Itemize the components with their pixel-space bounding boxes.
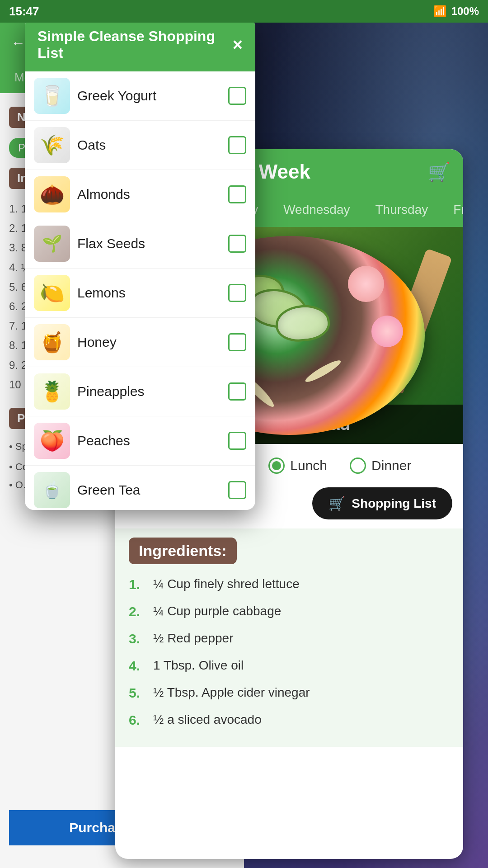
- shopping-item-almonds: 🌰 Almonds: [25, 170, 255, 219]
- shopping-item-lemons: 🍋 Lemons: [25, 269, 255, 318]
- item-image-greek-yogurt: 🥛: [34, 78, 70, 114]
- item-name-honey: Honey: [77, 335, 221, 350]
- item-checkbox-pineapples[interactable]: [228, 382, 246, 401]
- shopping-cart-icon: 🛒: [328, 495, 345, 511]
- shopping-modal: Simple Cleanse Shopping List × 🥛 Greek Y…: [25, 18, 255, 510]
- detox-cart-icon[interactable]: 🛒: [428, 161, 450, 183]
- grapefruit-2: [371, 316, 403, 347]
- ingredient-6: 6. ½ a sliced avocado: [129, 711, 450, 730]
- ingredient-5: 5. ½ Tbsp. Apple cider vinegar: [129, 684, 450, 703]
- item-image-oats: 🌾: [34, 127, 70, 163]
- item-checkbox-flax-seeds[interactable]: [228, 235, 246, 253]
- tab-wednesday[interactable]: Wednesday: [271, 194, 362, 227]
- shopping-item-peaches: 🍑 Peaches: [25, 416, 255, 466]
- ingredients-title: Ingredients:: [129, 538, 237, 564]
- ingredient-3: 3. ½ Red pepper: [129, 629, 450, 648]
- item-name-lemons: Lemons: [77, 285, 221, 301]
- lunch-radio[interactable]: [268, 458, 285, 474]
- modal-header: Simple Cleanse Shopping List ×: [25, 18, 255, 71]
- item-checkbox-peaches[interactable]: [228, 432, 246, 450]
- item-image-pineapples: 🍍: [34, 373, 70, 410]
- item-checkbox-lemons[interactable]: [228, 284, 246, 302]
- item-name-oats: Oats: [77, 137, 221, 153]
- item-name-pineapples: Pineapples: [77, 384, 221, 399]
- lunch-radio-fill: [272, 461, 281, 470]
- tab-thursday[interactable]: Thursday: [363, 194, 441, 227]
- shopping-list-button[interactable]: 🛒 Shopping List: [312, 487, 452, 519]
- shopping-item-honey: 🍯 Honey: [25, 318, 255, 367]
- signal-icon: 📶: [433, 5, 447, 18]
- shopping-item-flax-seeds: 🌱 Flax Seeds: [25, 219, 255, 269]
- shopping-btn-label: Shopping List: [352, 496, 436, 511]
- dinner-label: Dinner: [371, 458, 411, 473]
- status-bar: 15:47 📶 100%: [0, 0, 488, 23]
- status-right: 📶 100%: [433, 5, 479, 18]
- item-name-peaches: Peaches: [77, 433, 221, 448]
- shopping-item-green-tea: 🍵 Green Tea: [25, 466, 255, 510]
- ingredient-4: 4. 1 Tbsp. Olive oil: [129, 656, 450, 675]
- dinner-radio[interactable]: [350, 458, 366, 474]
- item-image-peaches: 🍑: [34, 423, 70, 459]
- item-checkbox-oats[interactable]: [228, 136, 246, 154]
- item-checkbox-greek-yogurt[interactable]: [228, 87, 246, 105]
- modal-body: 🥛 Greek Yogurt 🌾 Oats 🌰 Almonds 🌱 Flax S…: [25, 71, 255, 510]
- almond-2: [304, 358, 343, 385]
- tab-friday[interactable]: Friday: [441, 194, 463, 227]
- item-image-honey: 🍯: [34, 324, 70, 360]
- dinner-option[interactable]: Dinner: [350, 458, 411, 474]
- lunch-label: Lunch: [290, 458, 327, 473]
- item-checkbox-almonds[interactable]: [228, 185, 246, 203]
- item-image-lemons: 🍋: [34, 275, 70, 311]
- modal-title: Simple Cleanse Shopping List: [38, 28, 233, 61]
- item-checkbox-honey[interactable]: [228, 333, 246, 351]
- shopping-item-greek-yogurt: 🥛 Greek Yogurt: [25, 71, 255, 121]
- time-display: 15:47: [9, 5, 39, 19]
- ingredients-section: Ingredients: 1. ¼ Cup finely shred lettu…: [115, 528, 463, 747]
- ingredients-list: 1. ¼ Cup finely shred lettuce 2. ¼ Cup p…: [129, 575, 450, 730]
- item-name-greek-yogurt: Greek Yogurt: [77, 88, 221, 104]
- grapefruit-1: [348, 266, 384, 302]
- shopping-item-oats: 🌾 Oats: [25, 121, 255, 170]
- item-name-almonds: Almonds: [77, 187, 221, 202]
- item-checkbox-green-tea[interactable]: [228, 481, 246, 499]
- ingredient-2: 2. ¼ Cup purple cabbage: [129, 602, 450, 621]
- item-image-almonds: 🌰: [34, 176, 70, 212]
- lunch-option[interactable]: Lunch: [268, 458, 327, 474]
- battery-display: 100%: [451, 5, 479, 18]
- ingredient-1: 1. ¼ Cup finely shred lettuce: [129, 575, 450, 594]
- item-name-flax-seeds: Flax Seeds: [77, 236, 221, 251]
- modal-close-button[interactable]: ×: [233, 36, 243, 53]
- item-image-green-tea: 🍵: [34, 472, 70, 508]
- shopping-item-pineapples: 🍍 Pineapples: [25, 367, 255, 416]
- bg-back-icon: ←: [11, 35, 25, 52]
- item-image-flax-seeds: 🌱: [34, 226, 70, 262]
- item-name-green-tea: Green Tea: [77, 482, 221, 498]
